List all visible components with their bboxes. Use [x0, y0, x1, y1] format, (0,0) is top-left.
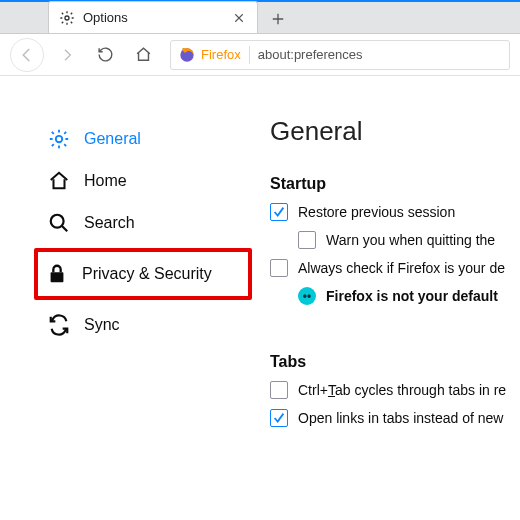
svg-rect-4 [51, 272, 64, 282]
svg-point-2 [56, 136, 62, 142]
option-restore-session[interactable]: Restore previous session [270, 203, 520, 221]
status-label: Firefox is not your default [326, 288, 498, 304]
info-icon: •• [298, 287, 316, 305]
sidebar-item-label: Search [84, 214, 135, 232]
firefox-brand-label: Firefox [201, 47, 241, 62]
gear-icon [59, 10, 75, 26]
sidebar-item-general[interactable]: General [44, 122, 242, 156]
sidebar-item-label: Home [84, 172, 127, 190]
checkbox-checked-icon[interactable] [270, 409, 288, 427]
tabstrip: Options [0, 0, 520, 34]
forward-button[interactable] [52, 40, 82, 70]
section-tabs-title: Tabs [270, 353, 520, 371]
default-browser-status: •• Firefox is not your default [298, 287, 520, 305]
sidebar-item-search[interactable]: Search [44, 206, 242, 240]
url-bar[interactable]: Firefox about:preferences [170, 40, 510, 70]
home-button[interactable] [128, 40, 158, 70]
page-heading: General [270, 116, 520, 147]
checkbox-icon[interactable] [270, 381, 288, 399]
back-button[interactable] [10, 38, 44, 72]
firefox-identity: Firefox [179, 47, 241, 63]
close-icon[interactable] [231, 10, 247, 26]
toolbar: Firefox about:preferences [0, 34, 520, 76]
content: General Home Search Privacy & Security [0, 76, 520, 520]
new-tab-button[interactable] [264, 5, 292, 33]
sidebar: General Home Search Privacy & Security [0, 76, 260, 520]
section-startup-title: Startup [270, 175, 520, 193]
sync-icon [48, 314, 70, 336]
option-always-check-default[interactable]: Always check if Firefox is your de [270, 259, 520, 277]
option-warn-quit[interactable]: Warn you when quitting the [298, 231, 520, 249]
svg-point-3 [51, 215, 64, 228]
checkbox-icon[interactable] [298, 231, 316, 249]
sidebar-item-privacy-security[interactable]: Privacy & Security [34, 248, 252, 300]
search-icon [48, 212, 70, 234]
browser-tab-options[interactable]: Options [48, 1, 258, 33]
sidebar-item-label: Sync [84, 316, 120, 334]
option-label: Ctrl+Tab cycles through tabs in re [298, 382, 506, 398]
home-icon [48, 170, 70, 192]
firefox-icon [179, 47, 195, 63]
tab-title: Options [83, 10, 231, 25]
sidebar-item-label: Privacy & Security [82, 265, 212, 283]
option-label: Restore previous session [298, 204, 455, 220]
option-label: Always check if Firefox is your de [298, 260, 505, 276]
lock-icon [46, 263, 68, 285]
sidebar-item-label: General [84, 130, 141, 148]
main-panel: General Startup Restore previous session… [260, 76, 520, 520]
sidebar-item-home[interactable]: Home [44, 164, 242, 198]
option-open-links-tabs[interactable]: Open links in tabs instead of new [270, 409, 520, 427]
checkbox-checked-icon[interactable] [270, 203, 288, 221]
reload-button[interactable] [90, 40, 120, 70]
svg-point-0 [65, 16, 69, 20]
checkbox-icon[interactable] [270, 259, 288, 277]
gear-icon [48, 128, 70, 150]
sidebar-item-sync[interactable]: Sync [44, 308, 242, 342]
option-label: Warn you when quitting the [326, 232, 495, 248]
option-ctrl-tab[interactable]: Ctrl+Tab cycles through tabs in re [270, 381, 520, 399]
urlbar-separator [249, 46, 250, 64]
url-text: about:preferences [258, 47, 363, 62]
option-label: Open links in tabs instead of new [298, 410, 503, 426]
